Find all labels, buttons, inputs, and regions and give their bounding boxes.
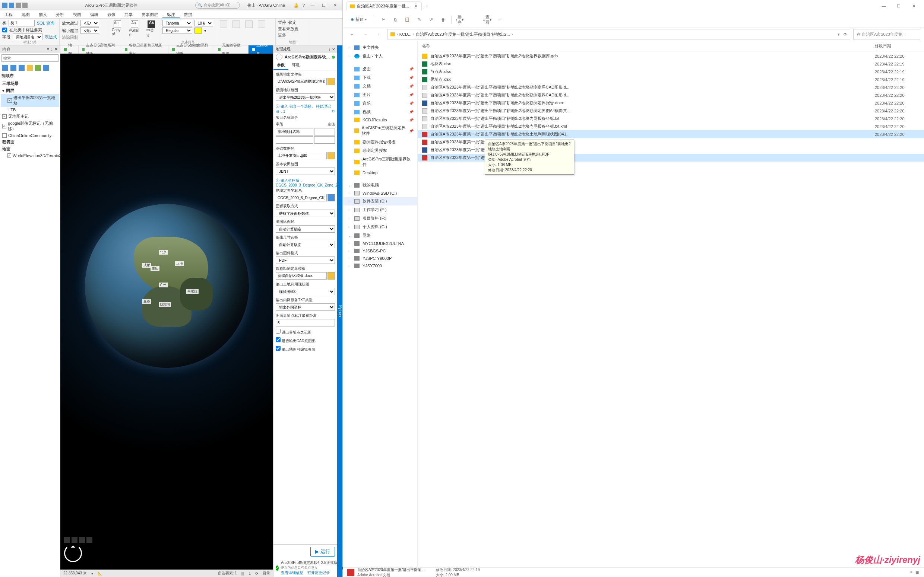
toc-item-8[interactable]: 地面 — [1, 145, 59, 153]
catalog-tab[interactable]: 目录 — [263, 571, 270, 576]
font-more-btn[interactable]: ▾ — [204, 28, 207, 33]
file-row[interactable]: 地块表.xlsx2023/4/22 22:19 — [418, 60, 924, 68]
sidebar-item-下载[interactable]: 下载📌 — [343, 73, 417, 82]
gp-base-input[interactable] — [276, 152, 327, 160]
share-icon[interactable]: ↗ — [427, 16, 435, 23]
chevron-icon[interactable]: › — [348, 217, 349, 220]
toc-item-4[interactable]: 无地图主记 — [1, 113, 59, 120]
font-color-picker[interactable] — [194, 27, 202, 34]
sidebar-item-Windows-SSD (C:)[interactable]: ›Windows-SSD (C:) — [343, 190, 417, 197]
gp-txt-select[interactable]: 输出外国至标 — [276, 303, 335, 311]
placement-preset-1[interactable] — [218, 20, 229, 29]
sidebar-item-俊山 - 个人[interactable]: ›俊山 - 个人 — [343, 52, 417, 60]
forward-button[interactable]: → — [360, 29, 371, 39]
python-tab[interactable]: Python — [337, 45, 342, 577]
chevron-icon[interactable]: › — [348, 208, 349, 212]
gp-chk1[interactable] — [276, 329, 281, 334]
minimize-button[interactable]: — — [307, 2, 318, 9]
list-by-editing-icon[interactable] — [27, 65, 33, 71]
gp-dist-input[interactable] — [276, 319, 335, 326]
close-button[interactable]: ✕ — [330, 2, 340, 9]
list-by-source-icon[interactable] — [10, 65, 16, 71]
chevron-icon[interactable]: › — [348, 200, 349, 203]
sidebar-item-工作学习 (E:)[interactable]: ›工作学习 (E:) — [343, 205, 417, 214]
map-tab-5[interactable]: 三维场景 — [249, 45, 273, 53]
cut-icon[interactable]: ✂ — [380, 16, 387, 23]
nav-zoom-in-icon[interactable] — [71, 537, 78, 543]
file-row[interactable]: 自治区A市2023年度第一批"进出平衡项目"耕地出2地块勘测定界图A4横向共..… — [418, 107, 924, 114]
toc-item-3[interactable]: ILTB — [1, 107, 59, 113]
gp-add-icon[interactable]: ⊕ — [331, 55, 335, 60]
sidebar-item-个人资料 (G:)[interactable]: ›个人资料 (G:) — [343, 222, 417, 231]
sidebar-item-KCDJResults[interactable]: KCDJResults📌 — [343, 116, 417, 124]
gp-chk3[interactable] — [276, 346, 281, 351]
explorer-search[interactable]: 在 自治区A市2023年度第... — [853, 29, 920, 39]
file-row[interactable]: 自治区A市2023年度第一批"进出平衡项目"耕地出2地块内网报备坐标.txt20… — [418, 114, 924, 122]
gp-field-null[interactable] — [314, 128, 335, 135]
sidebar-item-视频[interactable]: 视频📌 — [343, 108, 417, 116]
more-btn[interactable]: 更多 — [278, 32, 286, 38]
run-button[interactable]: ▶运行 — [310, 547, 335, 556]
gp-refresh-icon[interactable]: ⟳ — [332, 109, 335, 113]
sidebar-item-勘测定界授权[interactable]: 勘测定界授权 — [343, 146, 417, 155]
gp-field-null-2[interactable] — [314, 136, 335, 144]
list-by-snap-icon[interactable] — [35, 65, 41, 71]
browse-icon[interactable] — [328, 152, 335, 160]
refresh-icon[interactable]: ⟳ — [843, 32, 847, 37]
sidebar-item-MYCLOUDEX2ULTRA[interactable]: ›MYCLOUDEX2ULTRA — [343, 240, 417, 247]
new-button[interactable]: 新建 ▾ — [347, 15, 370, 24]
sql-button[interactable]: SQL 查询 — [37, 21, 54, 26]
pin-icon[interactable]: 📌 — [409, 84, 414, 88]
font-name-select[interactable]: Tahoma — [162, 20, 192, 26]
layer-checkbox[interactable] — [8, 153, 11, 158]
notify-icon[interactable]: 🔔 — [292, 3, 300, 8]
layer-checkbox[interactable] — [2, 124, 6, 129]
toc-item-9[interactable]: WorldElevation3D/Terrain3D — [1, 153, 59, 159]
scale-in-select[interactable]: <无> — [81, 27, 99, 34]
pin-icon[interactable]: 📌 — [409, 129, 414, 133]
sidebar-item-文档[interactable]: 文档📌 — [343, 82, 417, 90]
label-features-checkbox[interactable] — [2, 27, 7, 32]
scene-view[interactable]: 北京 上海 重庆 成都 广州 马尼拉 胡志明 曼谷 — [60, 53, 273, 569]
chevron-icon[interactable]: › — [348, 256, 349, 260]
scale-out-select[interactable]: <无> — [81, 20, 99, 26]
gp-chk2[interactable] — [276, 337, 281, 342]
ribbon-tab-9[interactable]: 标注 — [162, 10, 179, 18]
explorer-tab[interactable]: 自治区A市2023年度第一批... ✕ — [346, 2, 422, 10]
gp-field-name-2[interactable] — [276, 136, 313, 144]
gp-ratio-select[interactable]: 自动计算确定 — [276, 225, 335, 233]
expression-btn[interactable]: 表达式 — [45, 34, 57, 40]
sort-button[interactable]: ↕ 排序 ▾ — [456, 16, 464, 23]
file-row[interactable]: 界址点.xlsx2023/4/22 22:19 — [418, 76, 924, 84]
qat-save-icon[interactable] — [9, 3, 14, 8]
pause-btn[interactable]: 暂停 — [278, 20, 286, 25]
sidebar-item-网络[interactable]: ⌄网络 — [343, 231, 417, 240]
coords-dropdown-icon[interactable]: ▾ — [91, 571, 93, 575]
map-tab-2[interactable]: 谷歌卫星图和天地图主记 — [121, 45, 168, 53]
sidebar-item-勘测定界报告模板[interactable]: 勘测定界报告模板 — [343, 138, 417, 146]
crumb-1[interactable]: 自治区A市2023年度第一批"进出平衡项目"耕地出2... — [416, 32, 510, 37]
toc-item-2[interactable]: 进出平衡2023第一批地块 — [1, 94, 59, 107]
gp-close-icon[interactable]: ✕ — [332, 47, 335, 52]
pin-icon[interactable]: 📌 — [409, 67, 414, 71]
back-button[interactable]: ← — [347, 29, 357, 39]
sidebar-item-ArcGISPro三调勘测定界软件[interactable]: ArcGISPro三调勘测定界软件📌 — [343, 124, 417, 138]
delete-icon[interactable]: 🗑 — [439, 16, 447, 23]
nav-full-extent-icon[interactable] — [64, 537, 70, 543]
ribbon-tab-10[interactable]: 数据 — [179, 10, 197, 18]
file-row[interactable]: 自治区A市2023年度第一批"进出平衡项目"耕地出2地块勘测定界CAD图形.d.… — [418, 84, 924, 91]
placement-preset-4[interactable] — [256, 20, 267, 29]
map-tab-0[interactable]: 地图 — [60, 45, 79, 53]
gp-scope-select[interactable]: 进出平衡2023第一批地块 — [276, 93, 335, 101]
nav-zoom-out-icon[interactable] — [79, 537, 85, 543]
sidebar-item-图片[interactable]: 图片📌 — [343, 90, 417, 99]
gp-status-select[interactable]: 现状图600 — [276, 288, 335, 295]
qat-undo-icon[interactable] — [16, 3, 21, 8]
placement-preset-3[interactable] — [244, 20, 254, 29]
pin-icon[interactable]: 📌 — [409, 93, 414, 97]
up-button[interactable]: ↑ — [374, 29, 384, 39]
ribbon-tab-5[interactable]: 编辑 — [86, 10, 103, 18]
file-row[interactable]: 自治区A市2023年度第一批"进出平衡项目"耕地出2地块土地利用现状图(841.… — [418, 130, 924, 138]
sidebar-item-Desktop[interactable]: Desktop — [343, 169, 417, 176]
chevron-icon[interactable]: › — [348, 225, 349, 229]
